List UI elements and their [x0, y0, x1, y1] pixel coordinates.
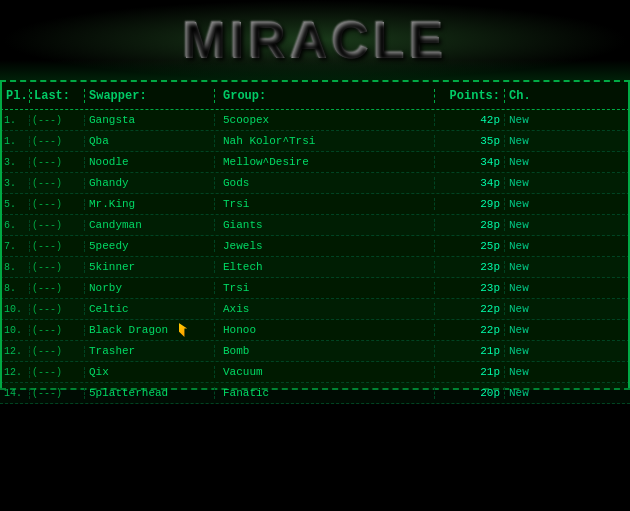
cell-swapper: 5kinner [85, 261, 215, 273]
cell-swapper: 5platterhead [85, 387, 215, 399]
col-pl-header: Pl.: [0, 89, 30, 103]
table-row[interactable]: 12. (---) Qix Vacuum 21p New [0, 362, 630, 383]
cell-group: Bomb [215, 345, 435, 357]
cell-ch: New [505, 324, 550, 336]
col-points-header: Points: [435, 89, 505, 103]
cell-last: (---) [30, 157, 85, 168]
cell-pl: 8. [0, 283, 30, 294]
cell-swapper: Qba [85, 135, 215, 147]
cell-group: Nah Kolor^Trsi [215, 135, 435, 147]
cursor [179, 323, 193, 337]
cell-points: 20p [435, 387, 505, 399]
cell-swapper: Gangsta [85, 114, 215, 126]
logo: MIRACLE [183, 10, 448, 70]
cell-last: (---) [30, 241, 85, 252]
cell-points: 23p [435, 282, 505, 294]
cell-group: Honoo [215, 324, 435, 336]
cell-pl: 7. [0, 241, 30, 252]
cell-ch: New [505, 303, 550, 315]
table-row[interactable]: 3. (---) Ghandy Gods 34p New [0, 173, 630, 194]
table-row[interactable]: 12. (---) Trasher Bomb 21p New [0, 341, 630, 362]
cell-swapper: Black Dragon [85, 323, 215, 337]
cell-pl: 5. [0, 199, 30, 210]
table-row[interactable]: 1. (---) Gangsta 5coopex 42p New [0, 110, 630, 131]
cell-last: (---) [30, 388, 85, 399]
table-row[interactable]: 5. (---) Mr.King Trsi 29p New [0, 194, 630, 215]
left-border [0, 82, 2, 388]
cell-ch: New [505, 177, 550, 189]
table-header: Pl.: Last: Swapper: Group: Points: Ch. [0, 82, 630, 110]
cell-last: (---) [30, 325, 85, 336]
table-row[interactable]: 3. (---) Noodle Mellow^Desire 34p New [0, 152, 630, 173]
table-row[interactable]: 1. (---) Qba Nah Kolor^Trsi 35p New [0, 131, 630, 152]
cell-last: (---) [30, 115, 85, 126]
cell-last: (---) [30, 304, 85, 315]
cell-swapper: Celtic [85, 303, 215, 315]
table-row[interactable]: 6. (---) Candyman Giants 28p New [0, 215, 630, 236]
cell-pl: 10. [0, 325, 30, 336]
cell-last: (---) [30, 367, 85, 378]
cell-pl: 3. [0, 157, 30, 168]
table-row[interactable]: 10. (---) Celtic Axis 22p New [0, 299, 630, 320]
table-row[interactable]: 8. (---) 5kinner Eltech 23p New [0, 257, 630, 278]
cell-swapper: Qix [85, 366, 215, 378]
cell-points: 21p [435, 345, 505, 357]
cell-points: 25p [435, 240, 505, 252]
cell-points: 22p [435, 303, 505, 315]
cell-pl: 6. [0, 220, 30, 231]
cell-last: (---) [30, 178, 85, 189]
cell-group: Jewels [215, 240, 435, 252]
cell-group: Axis [215, 303, 435, 315]
cell-points: 29p [435, 198, 505, 210]
cell-pl: 1. [0, 136, 30, 147]
cell-points: 34p [435, 156, 505, 168]
cell-pl: 12. [0, 346, 30, 357]
table-row[interactable]: 10. (---) Black Dragon Honoo 22p New [0, 320, 630, 341]
cell-points: 35p [435, 135, 505, 147]
cell-last: (---) [30, 136, 85, 147]
cell-pl: 1. [0, 115, 30, 126]
cell-last: (---) [30, 283, 85, 294]
cell-ch: New [505, 345, 550, 357]
cell-ch: New [505, 219, 550, 231]
cell-ch: New [505, 156, 550, 168]
col-swapper-header: Swapper: [85, 89, 215, 103]
cell-pl: 3. [0, 178, 30, 189]
cell-swapper: Ghandy [85, 177, 215, 189]
cell-ch: New [505, 198, 550, 210]
table-row[interactable]: 8. (---) Norby Trsi 23p New [0, 278, 630, 299]
cell-pl: 8. [0, 262, 30, 273]
cell-group: Gods [215, 177, 435, 189]
cell-swapper: Candyman [85, 219, 215, 231]
cell-pl: 10. [0, 304, 30, 315]
cell-points: 34p [435, 177, 505, 189]
cell-ch: New [505, 114, 550, 126]
cell-group: Eltech [215, 261, 435, 273]
cell-points: 28p [435, 219, 505, 231]
cell-swapper: Noodle [85, 156, 215, 168]
cell-points: 42p [435, 114, 505, 126]
cell-swapper: Mr.King [85, 198, 215, 210]
cell-points: 22p [435, 324, 505, 336]
cell-ch: New [505, 282, 550, 294]
cell-pl: 14. [0, 388, 30, 399]
cell-swapper: 5peedy [85, 240, 215, 252]
table-row[interactable]: 7. (---) 5peedy Jewels 25p New [0, 236, 630, 257]
cell-last: (---) [30, 346, 85, 357]
table-body: 1. (---) Gangsta 5coopex 42p New 1. (---… [0, 110, 630, 404]
cell-last: (---) [30, 220, 85, 231]
cell-ch: New [505, 387, 550, 399]
cell-pl: 12. [0, 367, 30, 378]
table-area: Pl.: Last: Swapper: Group: Points: Ch. 1… [0, 80, 630, 390]
cell-ch: New [505, 366, 550, 378]
cell-last: (---) [30, 199, 85, 210]
col-group-header: Group: [215, 89, 435, 103]
cell-group: Giants [215, 219, 435, 231]
cell-swapper: Norby [85, 282, 215, 294]
cell-group: Mellow^Desire [215, 156, 435, 168]
header: MIRACLE [0, 0, 630, 80]
cell-group: Fanatic [215, 387, 435, 399]
cell-group: Trsi [215, 282, 435, 294]
cell-swapper: Trasher [85, 345, 215, 357]
table-row[interactable]: 14. (---) 5platterhead Fanatic 20p New [0, 383, 630, 404]
